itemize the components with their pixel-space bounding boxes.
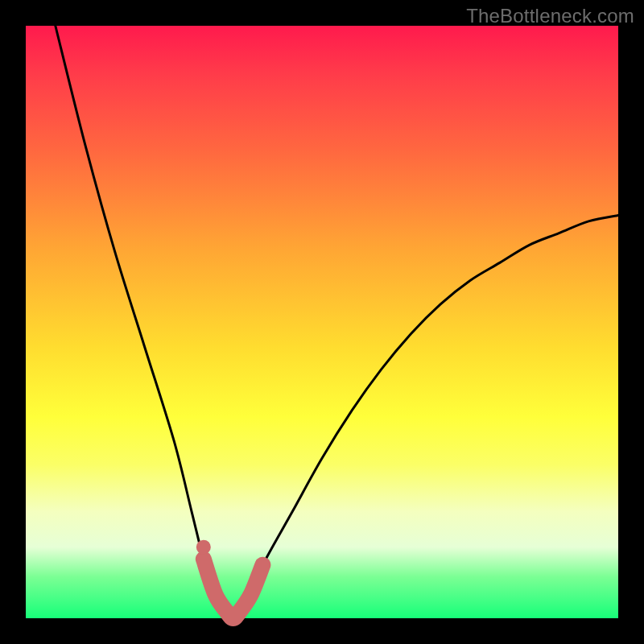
highlight-segment (204, 559, 263, 618)
highlight-dot (196, 540, 211, 555)
chart-frame: TheBottleneck.com (0, 0, 644, 644)
curve-layer (26, 26, 618, 618)
plot-area (26, 26, 618, 618)
bottleneck-curve (56, 26, 618, 618)
watermark-label: TheBottleneck.com (466, 5, 634, 27)
